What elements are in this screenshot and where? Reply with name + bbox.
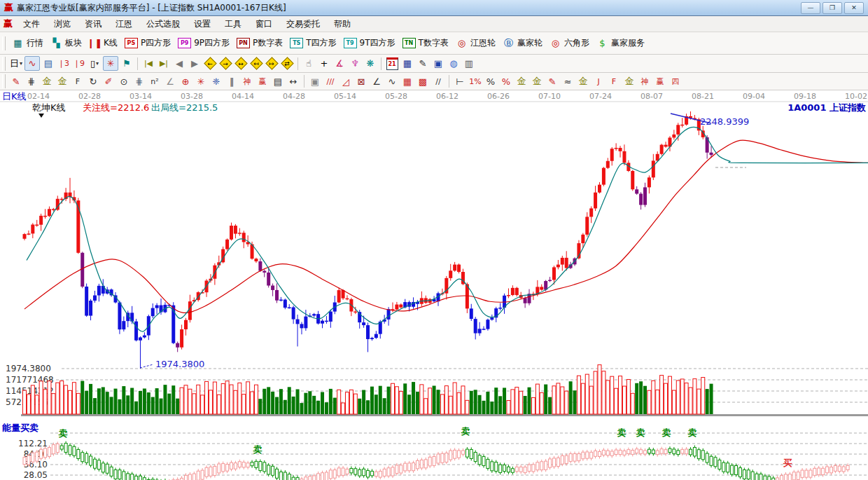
info-panel-icon[interactable]: ▤ [41, 57, 55, 70]
skip-last-icon[interactable]: ▶| [157, 57, 171, 70]
spiral-tool-icon[interactable]: ↻ [86, 75, 100, 88]
notes-icon[interactable]: ✎ [416, 57, 430, 70]
maximize-button[interactable]: ❐ [822, 2, 842, 14]
pen-angle-icon[interactable]: ✐ [102, 75, 115, 88]
percent-icon[interactable]: % [484, 75, 498, 88]
p-number-button[interactable]: PNP数字表 [233, 36, 286, 50]
quotes-button[interactable]: ▦行情 [8, 36, 47, 50]
grid-red2-icon[interactable]: ▩ [416, 75, 430, 88]
style-dropdown-arrow-icon[interactable] [38, 114, 44, 118]
four-angle-icon[interactable]: 四 [668, 75, 682, 88]
t-number-button[interactable]: TNT数字表 [399, 36, 452, 50]
tick-lines-icon[interactable]: ∥ [225, 75, 239, 88]
menu-item-交易委托[interactable]: 交易委托 [279, 16, 327, 32]
band-9-icon[interactable]: ❘9 [72, 57, 86, 70]
ruler-hash-icon[interactable]: ⋕ [24, 75, 38, 88]
skip-first-icon[interactable]: |◀ [141, 57, 155, 70]
calendar-icon[interactable]: 21 [385, 57, 399, 70]
win-angle-icon[interactable]: 赢 [653, 75, 667, 88]
print-icon[interactable]: ▥ [462, 57, 476, 70]
menu-item-设置[interactable]: 设置 [187, 16, 218, 32]
service-button[interactable]: $赢家服务 [593, 36, 648, 50]
p9-square-button[interactable]: P99P四方形 [174, 36, 233, 50]
gold-lines-icon[interactable]: 金 [530, 75, 544, 88]
god-ruler-icon[interactable]: 神 [240, 75, 254, 88]
pattern-mark-button[interactable]: ✳ [103, 56, 118, 71]
gold-angle-icon[interactable]: 金 [622, 75, 636, 88]
god-angle-icon[interactable]: 神 [638, 75, 652, 88]
menu-item-文件[interactable]: 文件 [16, 16, 47, 32]
candle-style-dropdown[interactable]: ▯▾ [88, 57, 102, 70]
spiderweb-icon[interactable]: ✳ [194, 75, 208, 88]
zoom-right-diamond-icon[interactable]: → [218, 57, 232, 70]
menu-item-帮助[interactable]: 帮助 [327, 16, 358, 32]
compress-left-diamond-icon[interactable]: ↤ [249, 57, 263, 70]
angle-measure-icon[interactable]: ∡ [332, 57, 346, 70]
brush-red-icon[interactable]: ✎ [545, 75, 559, 88]
compress-right-diamond-icon[interactable]: ↦ [265, 57, 279, 70]
f-ruler-icon[interactable]: F [71, 75, 85, 88]
web-link-icon[interactable]: ◍ [447, 57, 461, 70]
width-arrows-icon[interactable]: ↔ [286, 75, 300, 88]
n-square-icon[interactable]: n² [148, 75, 162, 88]
band-wave-icon[interactable]: ≈ [561, 75, 575, 88]
pen-tool-icon[interactable]: ✎ [9, 75, 23, 88]
kline-button[interactable]: ❙❚K线 [85, 36, 121, 50]
pan-hand-icon[interactable]: ☝ [302, 57, 316, 70]
indicator-title[interactable]: 能量买卖 [2, 423, 38, 433]
win-ruler-icon[interactable]: 赢 [255, 75, 270, 88]
menu-item-公式选股[interactable]: 公式选股 [139, 16, 187, 32]
box-select-icon[interactable]: ▣ [308, 75, 322, 88]
main-chart-svg[interactable]: 02-1402-2803-1403-2804-1404-2805-1405-28… [0, 90, 868, 480]
scale-ruler-icon[interactable]: ⊢ [453, 75, 467, 88]
gold-circle-icon[interactable]: 金 [514, 75, 528, 88]
percent-zigzag-icon[interactable]: 1% [468, 75, 482, 88]
toolbar-drag-handle[interactable] [2, 74, 6, 88]
next-page-icon[interactable]: ▶ [188, 57, 202, 70]
menu-item-工具[interactable]: 工具 [218, 16, 248, 32]
f-angle-icon[interactable]: F [607, 75, 621, 88]
gann-tool-icon[interactable]: ♆ [348, 57, 362, 70]
zoom-left-diamond-icon[interactable]: ← [203, 57, 217, 70]
zoom-both-diamond-icon[interactable]: ↔ [234, 57, 248, 70]
percent-line-icon[interactable]: % [499, 75, 513, 88]
ruler-hash2-icon[interactable]: ⋕ [132, 75, 146, 88]
wave-v-icon[interactable]: ∿ [385, 75, 399, 88]
period-day-dropdown[interactable]: 日▾ [9, 57, 23, 70]
qiankun-style-button[interactable]: ∿ [24, 56, 40, 71]
gold-line2-icon[interactable]: 金 [576, 75, 590, 88]
menu-item-浏览[interactable]: 浏览 [47, 16, 78, 32]
menu-item-江恩[interactable]: 江恩 [108, 16, 139, 32]
period-label[interactable]: 日K线 [2, 91, 27, 102]
toolbar-drag-handle[interactable] [2, 36, 6, 50]
sector-button[interactable]: ▚板块 [47, 36, 85, 50]
t-square-button[interactable]: TST四方形 [286, 36, 340, 50]
hexagon-button[interactable]: ◎六角形 [546, 36, 593, 50]
web-grid-icon[interactable]: ❈ [209, 75, 223, 88]
prev-page-icon[interactable]: ◀ [172, 57, 186, 70]
band-3-icon[interactable]: ❘3 [57, 57, 71, 70]
close-button[interactable]: ✕ [844, 2, 864, 14]
angle-line-icon[interactable]: ∠ [370, 75, 384, 88]
menu-item-窗口[interactable]: 窗口 [248, 16, 279, 32]
save-icon[interactable]: ▣ [431, 57, 445, 70]
circle-cross-icon[interactable]: ⊕ [178, 75, 192, 88]
gold-ratio-1-icon[interactable]: 金 [40, 75, 54, 88]
calculator-icon[interactable]: ▦ [400, 57, 414, 70]
box-diagonal-icon[interactable]: ⊠ [354, 75, 368, 88]
fan-lines-icon[interactable]: /// [323, 75, 337, 88]
winner-wheel-button[interactable]: Ⓑ赢家轮 [499, 36, 546, 50]
crosshair-icon[interactable]: + [317, 57, 331, 70]
color-flag-icon[interactable]: ⚑ [120, 57, 134, 70]
multi-lines-icon[interactable]: // [431, 75, 445, 88]
angle-gray-icon[interactable]: ∠ [163, 75, 177, 88]
time-circle-icon[interactable]: ⊙ [117, 75, 131, 88]
t9-square-button[interactable]: T99T四方形 [340, 36, 399, 50]
minimize-button[interactable]: — [801, 2, 820, 14]
gann-wheel-button[interactable]: ◎江恩轮 [452, 36, 499, 50]
gold-ratio-2-icon[interactable]: 金 [55, 75, 69, 88]
compress-both-diamond-icon[interactable]: ⇄ [280, 57, 294, 70]
j-angle-icon[interactable]: J [592, 75, 606, 88]
p-square-button[interactable]: PSP四方形 [121, 36, 174, 50]
style-label[interactable]: 乾坤K线 [32, 102, 66, 113]
